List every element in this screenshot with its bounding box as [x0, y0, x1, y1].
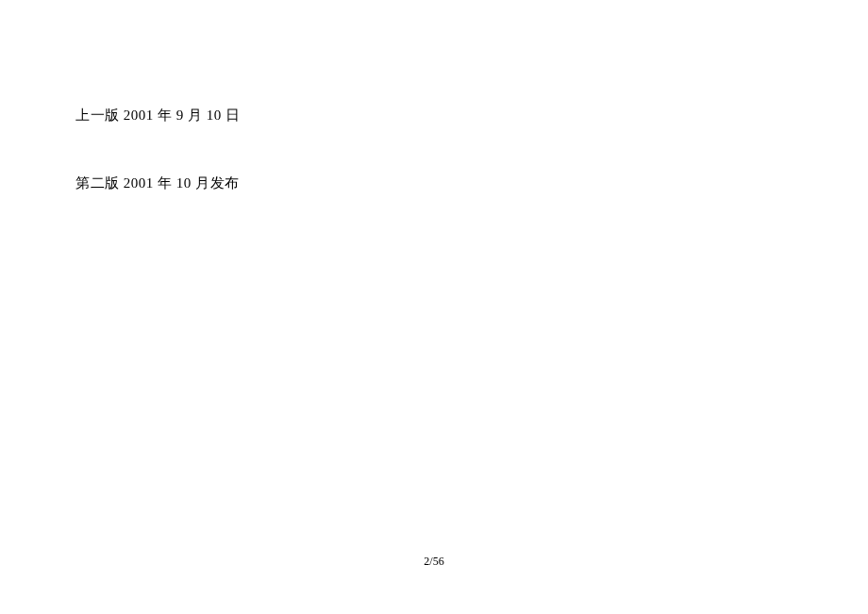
second-edition-publish-date: 第二版 2001 年 10 月发布	[75, 172, 793, 194]
page-footer: 2/56	[0, 555, 868, 569]
page-number: 2/56	[424, 555, 443, 568]
previous-edition-date: 上一版 2001 年 9 月 10 日	[75, 104, 793, 126]
page-content: 上一版 2001 年 9 月 10 日 第二版 2001 年 10 月发布	[0, 0, 868, 194]
